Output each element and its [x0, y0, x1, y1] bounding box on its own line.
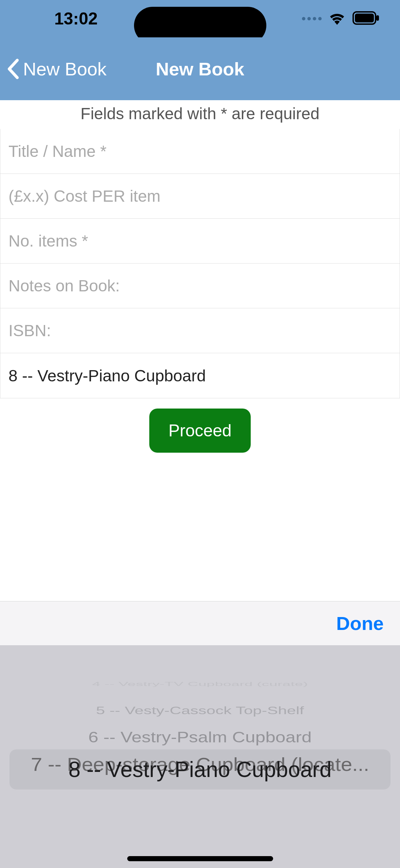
location-picker[interactable]: 4 -- Vestry-TV Cupboard (curate) 5 -- Ve… — [0, 645, 400, 868]
page-title: New Book — [156, 58, 244, 79]
status-bar: 13:02 — [0, 0, 400, 37]
picker-item[interactable]: 4 -- Vestry-TV Cupboard (curate) — [44, 681, 356, 688]
wifi-icon — [328, 11, 346, 26]
battery-icon — [353, 11, 380, 26]
notes-input[interactable] — [8, 276, 392, 295]
required-fields-note: Fields marked with * are required — [0, 100, 400, 129]
nav-bar: New Book New Book — [0, 37, 400, 100]
picker-accessory-bar: Done — [0, 601, 400, 645]
home-indicator[interactable] — [127, 856, 273, 861]
picker-selection-indicator: 8 -- Vestry-Piano Cupboard — [9, 749, 391, 790]
status-dots-icon — [302, 17, 322, 20]
cost-input[interactable] — [8, 187, 392, 205]
picker-wheel[interactable]: 4 -- Vestry-TV Cupboard (curate) 5 -- Ve… — [0, 671, 400, 819]
book-form: 8 -- Vestry-Piano Cupboard — [0, 129, 400, 398]
location-selected-value: 8 -- Vestry-Piano Cupboard — [8, 366, 206, 385]
back-button[interactable]: New Book — [7, 58, 107, 79]
isbn-input[interactable] — [8, 321, 392, 340]
picker-item[interactable]: 5 -- Vesty-Cassock Top-Shelf — [30, 703, 370, 718]
location-select[interactable]: 8 -- Vestry-Piano Cupboard — [0, 353, 400, 398]
picker-selected-item: 8 -- Vestry-Piano Cupboard — [69, 757, 332, 782]
title-input[interactable] — [8, 142, 392, 161]
svg-rect-2 — [376, 15, 379, 21]
status-right — [302, 11, 380, 26]
chevron-left-icon — [7, 59, 19, 79]
back-label: New Book — [23, 58, 107, 79]
items-input[interactable] — [8, 232, 392, 250]
picker-item[interactable]: 6 -- Vestry-Psalm Cupboard — [16, 727, 384, 748]
done-button[interactable]: Done — [336, 612, 384, 634]
status-time: 13:02 — [54, 9, 98, 29]
svg-rect-1 — [355, 14, 374, 22]
proceed-button[interactable]: Proceed — [149, 409, 250, 453]
